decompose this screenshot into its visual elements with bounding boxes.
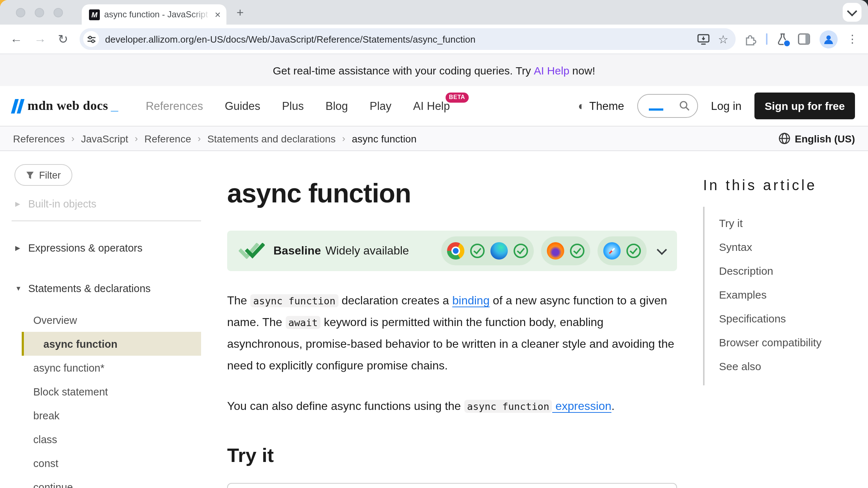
site-settings-icon[interactable] xyxy=(84,31,99,47)
interactive-demo: JavaScript Demo: Statement - Async 1func… xyxy=(227,483,677,488)
beta-badge: BETA xyxy=(445,92,469,102)
sidebar-item-break[interactable]: break xyxy=(12,403,201,427)
safari-support-pill xyxy=(597,236,647,265)
toc-item-see-also[interactable]: See also xyxy=(719,360,761,372)
sidebar-section-expressions[interactable]: ▶ Expressions & operators xyxy=(12,237,201,259)
browser-window: M async function - JavaScript | × + ← → … xyxy=(0,0,868,488)
sidebar-item-async-function-star[interactable]: async function* xyxy=(12,356,201,380)
baseline-indicator[interactable]: BaselineWidely available xyxy=(227,231,677,271)
reload-button[interactable]: ↻ xyxy=(58,31,68,47)
baseline-browser-support xyxy=(441,236,665,265)
sidebar-item-const[interactable]: const xyxy=(12,451,201,475)
close-window-button[interactable] xyxy=(16,8,25,17)
theme-icon: ◐ xyxy=(578,99,585,112)
inline-text: . xyxy=(612,400,615,412)
extensions-icon[interactable] xyxy=(744,33,757,45)
intro-paragraph: The async function declaration creates a… xyxy=(227,290,677,377)
inline-text: async function xyxy=(250,294,339,307)
inline-link[interactable]: async function xyxy=(464,400,552,413)
breadcrumb-item[interactable]: Statements and declarations xyxy=(207,133,336,144)
toc-heading: In this article xyxy=(703,177,852,194)
toc-item-browser-compatibility[interactable]: Browser compatibility xyxy=(719,336,821,348)
toc-item-examples[interactable]: Examples xyxy=(719,288,767,301)
sidebar-item-block-statement[interactable]: Block statement xyxy=(12,380,201,403)
side-panel-icon[interactable] xyxy=(798,33,810,45)
inline-text: You can also define async functions usin… xyxy=(227,400,464,412)
nav-blog[interactable]: Blog xyxy=(326,99,348,112)
browser-toolbar: ← → ↻ developer.allizom.org/en-US/docs/W… xyxy=(0,25,868,54)
minimize-window-button[interactable] xyxy=(35,8,44,17)
toc-item-description[interactable]: Description xyxy=(719,265,773,277)
supported-check-icon xyxy=(470,244,485,258)
forward-button[interactable]: → xyxy=(34,32,46,46)
sidebar-item-overview[interactable]: Overview xyxy=(12,308,201,332)
toolbar-divider xyxy=(766,33,767,45)
toc-item-try-it[interactable]: Try it xyxy=(719,217,743,229)
sidebar-divider xyxy=(12,221,201,221)
breadcrumb-item[interactable]: JavaScript xyxy=(81,133,128,144)
primary-nav: References Guides Plus Blog Play AI Help… xyxy=(146,99,464,112)
chromium-support-pill xyxy=(441,236,534,265)
window-controls xyxy=(16,8,63,17)
baseline-expand-chevron-icon[interactable] xyxy=(657,245,667,255)
browser-menu-icon[interactable]: ⋮ xyxy=(847,33,858,46)
nav-references[interactable]: References xyxy=(146,99,203,112)
breadcrumb-separator: › xyxy=(197,133,201,144)
toc-item-syntax[interactable]: Syntax xyxy=(719,241,752,253)
banner-text-after: now! xyxy=(572,64,595,76)
firefox-icon xyxy=(547,242,564,260)
login-link[interactable]: Log in xyxy=(711,99,741,112)
bookmark-star-icon[interactable]: ☆ xyxy=(718,32,728,46)
breadcrumb-item[interactable]: Reference xyxy=(144,133,191,144)
new-tab-button[interactable]: + xyxy=(237,6,244,18)
mdn-logo-underscore: _ xyxy=(111,98,118,114)
inline-link[interactable]: binding xyxy=(452,294,489,307)
page-title: async function xyxy=(227,179,677,209)
site-search-input[interactable] xyxy=(637,94,698,118)
sidebar-section-built-in-objects[interactable]: ▶ Built-in objects xyxy=(12,193,201,215)
address-bar[interactable]: developer.allizom.org/en-US/docs/Web/Jav… xyxy=(80,28,736,50)
header-actions: ◐ Theme Log in Sign up for free xyxy=(578,93,855,119)
site-header: mdn web docs _ References Guides Plus Bl… xyxy=(0,86,868,126)
sidebar-statements-list: Overview async function async function* … xyxy=(12,308,201,488)
demo-title: JavaScript Demo: Statement - Async xyxy=(228,484,676,488)
tab-search-button[interactable] xyxy=(843,3,861,22)
sidebar-section-statements[interactable]: ▼ Statements & declarations xyxy=(12,278,201,299)
signup-button[interactable]: Sign up for free xyxy=(754,93,855,119)
table-of-contents: In this article Try it Syntax Descriptio… xyxy=(703,151,852,488)
tab-strip: M async function - JavaScript | × + xyxy=(0,0,868,25)
back-button[interactable]: ← xyxy=(10,32,22,46)
nav-ai-help[interactable]: AI HelpBETA xyxy=(413,99,450,112)
toc-item-specifications[interactable]: Specifications xyxy=(719,312,786,325)
ai-help-link[interactable]: AI Help xyxy=(534,64,569,76)
baseline-logo-icon xyxy=(239,243,265,259)
breadcrumb-item[interactable]: References xyxy=(13,133,65,144)
sidebar-item-continue[interactable]: continue xyxy=(12,475,201,488)
chevron-down-icon xyxy=(847,6,857,16)
breadcrumb-item-current[interactable]: async function xyxy=(352,133,417,144)
inline-text: The xyxy=(227,294,250,307)
inline-link[interactable]: expression xyxy=(552,400,612,412)
sidebar-filter-button[interactable]: Filter xyxy=(14,164,72,186)
nav-play[interactable]: Play xyxy=(370,99,391,112)
experiments-beaker-icon[interactable] xyxy=(777,33,788,45)
zoom-window-button[interactable] xyxy=(54,8,63,17)
profile-avatar[interactable] xyxy=(820,30,838,48)
language-switcher[interactable]: English (US) xyxy=(778,132,855,145)
nav-plus[interactable]: Plus xyxy=(282,99,304,112)
expanded-triangle-icon: ▼ xyxy=(15,285,22,292)
theme-switcher[interactable]: ◐ Theme xyxy=(578,99,624,112)
nav-guides[interactable]: Guides xyxy=(225,99,260,112)
collapsed-triangle-icon: ▶ xyxy=(15,200,22,207)
sidebar-item-class[interactable]: class xyxy=(12,427,201,451)
supported-check-icon xyxy=(570,244,584,258)
breadcrumb-separator: › xyxy=(135,133,138,144)
globe-icon xyxy=(778,132,791,145)
tab-title: async function - JavaScript | xyxy=(104,9,210,20)
tab-close-icon[interactable]: × xyxy=(215,9,221,20)
install-app-icon[interactable] xyxy=(697,34,709,44)
mdn-logo[interactable]: mdn web docs _ xyxy=(13,98,118,114)
browser-tab[interactable]: M async function - JavaScript | × xyxy=(82,4,226,25)
sidebar-item-async-function-active[interactable]: async function xyxy=(22,332,201,356)
url-text[interactable]: developer.allizom.org/en-US/docs/Web/Jav… xyxy=(105,34,689,44)
